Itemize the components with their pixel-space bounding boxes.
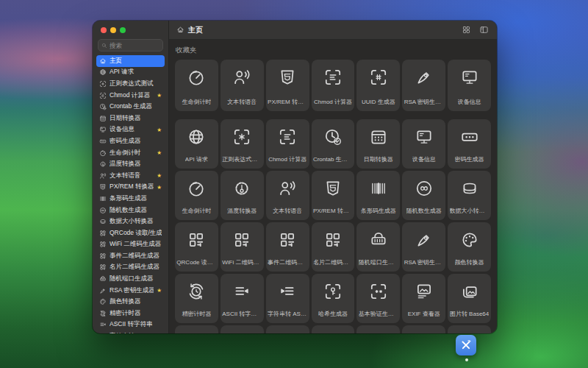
stopwatch-icon bbox=[187, 282, 206, 301]
tool-tile[interactable]: 字符串转 ASCII bbox=[266, 274, 309, 323]
tool-tile[interactable]: 设备信息 bbox=[448, 60, 491, 111]
calendar-icon bbox=[369, 127, 388, 146]
sidebar-item[interactable]: 精密计时器 bbox=[96, 308, 165, 319]
tool-tile[interactable]: 设备信息 bbox=[402, 119, 445, 169]
sidebar-item[interactable]: 条形码生成器 bbox=[96, 193, 165, 205]
tool-tile[interactable]: Aa bbox=[402, 325, 445, 333]
home-icon bbox=[99, 57, 107, 65]
sidebar-item[interactable]: 字符串转 ASCII bbox=[96, 330, 165, 333]
tool-tile[interactable]: PX/REM 转换器 bbox=[312, 171, 355, 220]
tool-tile[interactable]: 图片转 Base64 bbox=[448, 274, 491, 323]
tool-tile[interactable] bbox=[220, 325, 264, 333]
tool-tile[interactable] bbox=[448, 325, 491, 333]
infinity-icon bbox=[99, 207, 107, 214]
tool-tile-label: 设备信息 bbox=[458, 98, 481, 106]
view-grid-button[interactable] bbox=[461, 24, 472, 35]
tool-tile[interactable]: 事件二维码生成器 bbox=[266, 222, 309, 272]
tool-tile[interactable]: RSA 密钥生成器 bbox=[402, 60, 445, 111]
tool-tile[interactable]: 文本转语音 bbox=[220, 60, 264, 111]
tool-tile[interactable]: 温度转换器 bbox=[220, 171, 264, 220]
tool-tile[interactable]: API 请求 bbox=[175, 119, 218, 169]
favorite-star-icon: ★ bbox=[157, 150, 162, 156]
sidebar-item[interactable]: 正则表达式测试 bbox=[96, 78, 165, 90]
tool-tile[interactable]: WiFi 二维码生成器 bbox=[220, 222, 264, 272]
minimize-button[interactable] bbox=[110, 27, 116, 33]
sidebar-item[interactable]: Chmod 计算器★ bbox=[96, 90, 165, 102]
sidebar-item[interactable]: 密码生成器 bbox=[96, 135, 165, 147]
sidebar-item[interactable]: 温度转换器 bbox=[96, 158, 165, 170]
tool-tile[interactable] bbox=[266, 325, 309, 333]
tool-tile[interactable]: Crontab 生成器 bbox=[312, 119, 355, 169]
sidebar-item[interactable]: 设备信息★ bbox=[96, 124, 165, 136]
tool-tile[interactable]: 条形码生成器 bbox=[356, 171, 400, 220]
qrcode-icon bbox=[99, 241, 107, 248]
close-button[interactable] bbox=[101, 27, 107, 33]
sidebar-item[interactable]: ASCII 转字符串 bbox=[96, 319, 165, 331]
tool-tile[interactable]: 基本验证生成器 bbox=[356, 274, 400, 323]
sidebar-item[interactable]: 生命倒计时★ bbox=[96, 147, 165, 159]
tool-tile[interactable]: 生命倒计时 bbox=[175, 171, 218, 220]
sidebar-item[interactable]: API 请求 bbox=[96, 67, 165, 79]
qrcode-icon bbox=[99, 230, 107, 237]
hash-icon bbox=[323, 282, 343, 301]
search-box[interactable] bbox=[98, 39, 163, 52]
sidebar-item[interactable]: 文本转语音★ bbox=[96, 170, 165, 182]
tool-tile[interactable]: RSA 密钥生成器 bbox=[402, 222, 445, 272]
tool-tile[interactable]: 数据大小转换器 bbox=[448, 171, 491, 220]
page-title: 主页 bbox=[188, 25, 451, 35]
sidebar-item[interactable]: 日期转换器 bbox=[96, 113, 165, 124]
basic-auth-icon bbox=[369, 282, 388, 301]
dock-app-icon[interactable] bbox=[456, 335, 476, 355]
tool-tile[interactable]: 密码生成器 bbox=[448, 119, 491, 169]
zoom-button[interactable] bbox=[120, 27, 126, 33]
sidebar-item-label: ASCII 转字符串 bbox=[110, 320, 162, 329]
sidebar-item[interactable]: 颜色转换器 bbox=[96, 296, 165, 308]
sidebar-item[interactable]: 数据大小转换器 bbox=[96, 216, 165, 227]
tool-tile[interactable]: EXIF 查看器 bbox=[402, 274, 445, 323]
tool-tile[interactable]: 日期转换器 bbox=[356, 119, 400, 169]
tool-tile[interactable]: 文本转语音 bbox=[266, 171, 309, 220]
qrcode-icon bbox=[232, 230, 251, 250]
sidebar-item[interactable]: WiFi 二维码生成器 bbox=[96, 239, 165, 251]
tool-tile[interactable]: UNi bbox=[356, 325, 400, 333]
tool-tile[interactable]: 随机数生成器 bbox=[402, 171, 445, 220]
tool-tile[interactable]: 哈希生成器 bbox=[312, 274, 355, 323]
sidebar-item[interactable]: RSA 密钥生成器★ bbox=[96, 285, 165, 297]
calendar-icon bbox=[99, 115, 107, 122]
tool-tile[interactable]: 随机端口生成器 bbox=[356, 222, 400, 272]
sidebar-item[interactable]: QRCode 读取/生成器 bbox=[96, 227, 165, 239]
tool-tile[interactable]: Chmod 计算器 bbox=[312, 60, 355, 111]
tool-tile[interactable]: 正则表达式测试 bbox=[220, 119, 264, 169]
tool-tile[interactable]: ASCII 转字符串 bbox=[220, 274, 264, 323]
tool-tile[interactable]: Chmod 计算器 bbox=[266, 119, 309, 169]
tool-tile[interactable]: 精密计时器 bbox=[175, 274, 218, 323]
sidebar-item[interactable]: 名片二维码生成器 bbox=[96, 262, 165, 274]
tool-tile[interactable]: 颜色转换器 bbox=[448, 222, 491, 272]
tool-tile-label: 基本验证生成器 bbox=[359, 310, 398, 318]
favorites-grid: 生命倒计时文本转语音PX/REM 转换器Chmod 计算器UUID 生成器RSA… bbox=[175, 60, 491, 111]
traffic-lights bbox=[93, 21, 168, 33]
sidebar-item[interactable]: 事件二维码生成器 bbox=[96, 250, 165, 262]
lines-right-icon bbox=[99, 333, 107, 333]
thermometer-icon bbox=[99, 160, 107, 168]
tool-tile[interactable]: 名片二维码生成器 bbox=[312, 222, 355, 272]
tool-tile[interactable]: QRCode 读取/生成器 bbox=[175, 222, 218, 272]
favorite-star-icon: ★ bbox=[157, 185, 162, 191]
html5-icon bbox=[278, 68, 297, 87]
devtools-icon bbox=[459, 338, 473, 353]
sidebar: 主页API 请求正则表达式测试Chmod 计算器★Crontab 生成器日期转换… bbox=[93, 21, 169, 333]
toggle-sidebar-button[interactable] bbox=[478, 24, 490, 35]
sidebar-item[interactable]: 随机数生成器 bbox=[96, 205, 165, 216]
sidebar-item[interactable]: 主页 bbox=[96, 55, 165, 67]
sidebar-item[interactable]: PX/REM 转换器★ bbox=[96, 182, 165, 194]
tool-tile[interactable]: UUID 生成器 bbox=[356, 60, 400, 111]
tool-tile-label: 随机端口生成器 bbox=[359, 258, 398, 266]
tool-tile[interactable] bbox=[312, 325, 355, 333]
exif-icon bbox=[415, 282, 434, 301]
sidebar-item[interactable]: 随机端口生成器 bbox=[96, 273, 165, 285]
tool-tile[interactable] bbox=[175, 325, 218, 333]
tool-tile[interactable]: PX/REM 转换器 bbox=[266, 60, 309, 111]
tool-tile[interactable]: 生命倒计时 bbox=[175, 60, 218, 111]
search-input[interactable] bbox=[110, 42, 159, 49]
sidebar-item[interactable]: Crontab 生成器 bbox=[96, 101, 165, 113]
